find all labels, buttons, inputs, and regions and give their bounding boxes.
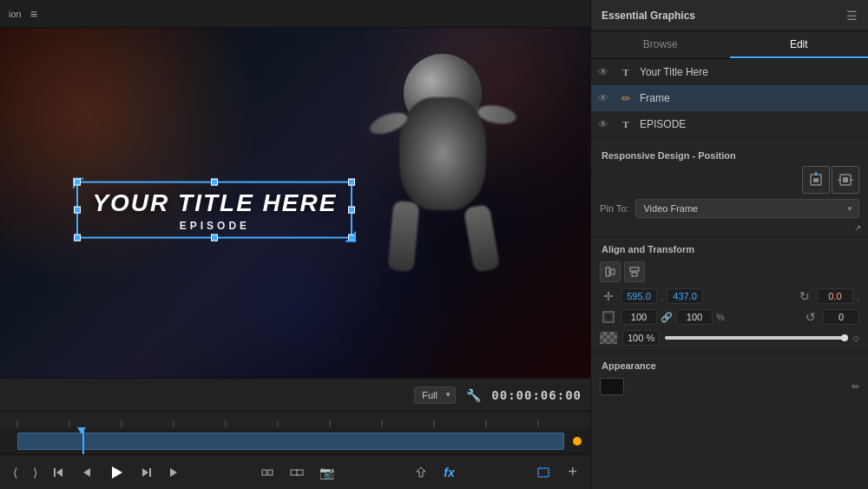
position-icon: ✛	[600, 289, 617, 303]
svg-marker-12	[56, 468, 62, 477]
align-icon-1	[604, 266, 616, 278]
scale-icon	[600, 311, 617, 323]
align-icon-2	[628, 266, 641, 278]
handle-bottom-mid[interactable]	[211, 235, 218, 241]
cursor-position: ↗	[591, 221, 868, 235]
top-bar: ion ≡	[0, 0, 590, 28]
layer-item-2[interactable]: 👁 ✏ Frame	[591, 85, 868, 111]
handle-top-left[interactable]	[74, 178, 81, 185]
pin-center-icon[interactable]	[832, 166, 859, 194]
position-y-value[interactable]: 437.0	[667, 288, 703, 304]
layer-item-3[interactable]: 👁 T EPISODE	[591, 111, 868, 137]
left-panel: ion ≡	[0, 0, 590, 489]
timeline-clip[interactable]	[17, 433, 564, 450]
tab-edit[interactable]: Edit	[730, 31, 869, 58]
svg-rect-16	[149, 468, 151, 477]
opacity-circle-btn[interactable]: ○	[852, 332, 859, 345]
svg-rect-32	[611, 269, 615, 274]
opacity-checkered-icon	[600, 332, 617, 344]
svg-rect-11	[54, 468, 56, 477]
astronaut-figure	[365, 45, 521, 306]
color-swatch[interactable]	[600, 378, 624, 395]
pin-top-icon[interactable]	[802, 166, 830, 194]
responsive-design-section: Responsive Design - Position	[591, 145, 868, 235]
scale-x-value[interactable]: 100	[621, 309, 657, 325]
pin-select-wrapper[interactable]: Video Frame None	[635, 199, 859, 218]
appearance-row: ✏	[591, 374, 868, 399]
rolling-edit-button[interactable]	[286, 463, 308, 482]
handle-left-mid[interactable]	[74, 207, 81, 214]
pin-label: Pin To:	[600, 203, 628, 214]
handle-right-mid[interactable]	[348, 207, 355, 214]
reset-val[interactable]: 0	[823, 309, 859, 325]
pin-to-select[interactable]: Video Frame None	[635, 199, 859, 218]
play-back-button[interactable]	[76, 464, 97, 481]
opacity-slider[interactable]	[665, 336, 847, 340]
handle-top-right[interactable]	[348, 178, 355, 185]
export-button[interactable]	[410, 463, 432, 482]
quality-select-wrapper[interactable]: Full 1/2 1/4	[414, 387, 456, 404]
align-transform-section: Align and Transform	[591, 239, 868, 348]
scale-y-value[interactable]: 100	[676, 309, 713, 325]
layers-list: 👁 T Your Title Here 👁 ✏ Frame 👁 T EPISOD…	[591, 59, 868, 138]
rotation-value[interactable]: 0.0	[817, 288, 853, 304]
hamburger-menu-icon[interactable]: ≡	[30, 7, 37, 21]
astronaut-leg-left	[388, 201, 420, 272]
layer-2-type-icon: ✏	[619, 92, 633, 105]
selection-box-button[interactable]	[530, 464, 556, 481]
title-overlay[interactable]: YOUR TITLE HERE EPISODE	[76, 181, 352, 239]
svg-rect-34	[630, 268, 639, 271]
timeline-ruler[interactable]	[0, 412, 590, 427]
svg-rect-23	[538, 468, 549, 477]
panel-header: Essential Graphics ☰	[591, 0, 868, 31]
opacity-value[interactable]: 100 %	[622, 330, 660, 346]
handle-bottom-right[interactable]	[348, 235, 355, 241]
opacity-slider-thumb[interactable]	[841, 334, 848, 341]
play-forward-button[interactable]	[163, 464, 184, 481]
go-to-out-button[interactable]: ⟩	[29, 463, 42, 482]
go-to-in-button[interactable]: ⟨	[9, 463, 22, 482]
layer-1-type-icon: T	[619, 67, 633, 77]
play-button[interactable]	[104, 462, 128, 483]
svg-rect-26	[813, 178, 819, 182]
layer-3-visibility-icon[interactable]: 👁	[598, 118, 612, 130]
controls-bar: Full 1/2 1/4 🔧 00:00:06:00	[0, 378, 590, 411]
ripple-edit-icon	[260, 466, 274, 479]
camera-button[interactable]: 📷	[315, 463, 339, 482]
step-back-button[interactable]	[49, 464, 69, 481]
selection-box-icon	[535, 466, 552, 479]
ripple-edit-button[interactable]	[256, 463, 279, 482]
scale-link-icon: 🔗	[661, 312, 673, 323]
timeline-track[interactable]	[0, 427, 590, 454]
section-divider-2	[591, 350, 868, 351]
align-btn-1[interactable]	[600, 261, 621, 282]
handle-top-mid[interactable]	[211, 178, 218, 185]
handle-bottom-left[interactable]	[74, 235, 81, 241]
appearance-edit-icon[interactable]: ✏	[852, 381, 859, 393]
opacity-row: 100 % ○	[591, 327, 868, 348]
rotation-icon: ↻	[796, 289, 813, 303]
section-divider-1	[591, 236, 868, 237]
play-back-icon	[81, 466, 93, 479]
position-x-value[interactable]: 595.0	[621, 288, 657, 304]
step-forward-button[interactable]	[135, 464, 156, 481]
svg-marker-14	[112, 466, 122, 479]
tab-browse[interactable]: Browse	[591, 31, 730, 58]
add-button[interactable]: +	[563, 460, 582, 484]
svg-marker-17	[170, 468, 177, 477]
title-sub-text: EPISODE	[92, 220, 337, 232]
layer-2-visibility-icon[interactable]: 👁	[598, 92, 612, 104]
panel-menu-icon[interactable]: ☰	[846, 9, 858, 23]
marker-circle	[573, 437, 582, 446]
playhead[interactable]	[82, 427, 84, 454]
settings-wrench-button[interactable]: 🔧	[463, 387, 484, 404]
fx-button[interactable]: fx	[439, 463, 458, 482]
title-selection-box[interactable]: YOUR TITLE HERE EPISODE	[76, 181, 352, 239]
svg-rect-38	[605, 314, 612, 320]
appearance-title: Appearance	[591, 353, 868, 374]
layer-item-1[interactable]: 👁 T Your Title Here	[591, 59, 868, 85]
layer-1-visibility-icon[interactable]: 👁	[598, 66, 612, 78]
align-transform-title: Align and Transform	[591, 239, 868, 258]
quality-select[interactable]: Full 1/2 1/4	[414, 387, 456, 404]
align-btn-2[interactable]	[624, 261, 645, 282]
